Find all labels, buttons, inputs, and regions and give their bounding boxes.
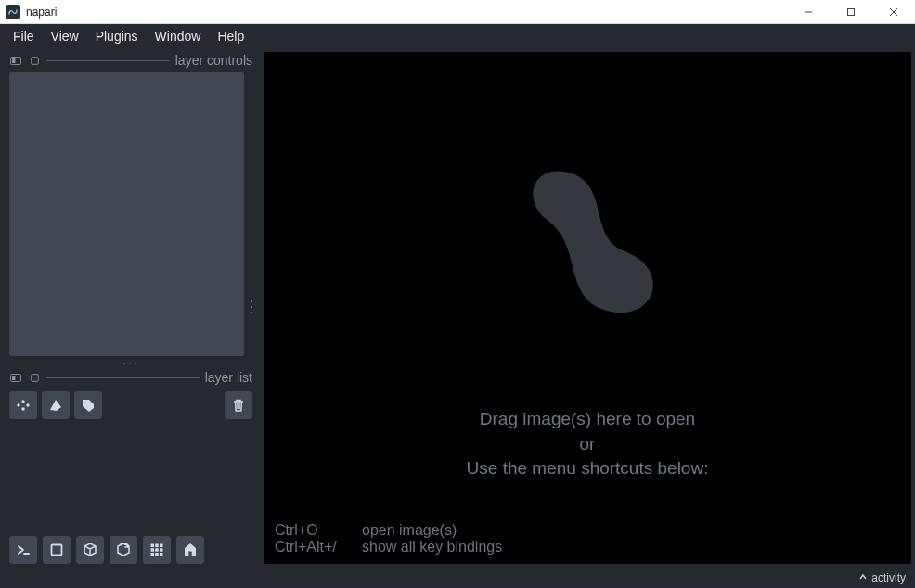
shortcut-hints: Ctrl+O open image(s) Ctrl+Alt+/ show all…	[275, 522, 502, 556]
svg-point-12	[21, 400, 24, 403]
napari-logo	[485, 135, 689, 342]
window-title: napari	[26, 6, 57, 19]
layer-controls-panel	[9, 72, 244, 356]
drop-hint-line-2: or	[467, 432, 709, 457]
svg-point-11	[17, 403, 19, 406]
new-shapes-layer-button[interactable]	[42, 391, 70, 419]
console-button[interactable]	[9, 536, 37, 564]
menu-file[interactable]: File	[6, 27, 42, 45]
svg-rect-19	[151, 544, 155, 548]
svg-rect-9	[12, 376, 16, 380]
svg-rect-2	[848, 8, 855, 15]
maximize-button[interactable]	[830, 0, 872, 24]
menubar: File View Plugins Window Help	[0, 24, 915, 48]
svg-rect-27	[160, 553, 163, 556]
layer-controls-label: layer controls	[175, 53, 252, 68]
svg-rect-10	[31, 374, 38, 381]
ndisplay-3d-button[interactable]	[76, 536, 104, 564]
drop-hint-line-1: Drag image(s) here to open	[467, 407, 709, 432]
titlebar: napari	[0, 0, 915, 24]
ndisplay-2d-button[interactable]	[43, 536, 71, 564]
svg-rect-7	[31, 57, 38, 64]
svg-rect-25	[151, 553, 155, 556]
shortcut-desc: open image(s)	[362, 522, 457, 539]
drop-hint-line-3: Use the menu shortcuts below:	[467, 456, 709, 481]
svg-point-16	[84, 402, 86, 403]
svg-point-14	[26, 403, 29, 406]
shortcut-keys: Ctrl+Alt+/	[275, 539, 349, 556]
svg-rect-20	[155, 544, 159, 548]
float-panel-icon[interactable]	[9, 56, 22, 65]
svg-marker-15	[50, 400, 61, 411]
new-labels-layer-button[interactable]	[74, 391, 102, 419]
activity-button[interactable]: activity	[871, 571, 906, 584]
divider	[46, 60, 170, 61]
shortcut-desc: show all key bindings	[362, 539, 502, 556]
svg-rect-24	[160, 548, 163, 552]
menu-plugins[interactable]: Plugins	[88, 27, 146, 45]
svg-rect-26	[155, 553, 159, 556]
svg-rect-23	[155, 548, 159, 552]
svg-rect-21	[160, 544, 163, 548]
divider	[46, 377, 200, 378]
layer-list-label: layer list	[205, 370, 252, 385]
grid-view-button[interactable]	[143, 536, 171, 564]
menu-view[interactable]: View	[44, 27, 86, 45]
reset-view-button[interactable]	[176, 536, 204, 564]
float-panel-icon-2[interactable]	[9, 373, 22, 382]
panel-grip-horizontal[interactable]: ···	[9, 356, 252, 369]
svg-rect-22	[151, 548, 155, 552]
svg-rect-6	[12, 58, 16, 63]
left-dock: layer controls ··· layer list	[0, 48, 260, 568]
menu-window[interactable]: Window	[148, 27, 209, 45]
panel-grip-vertical[interactable]: ···	[250, 299, 253, 314]
close-panel-icon-2[interactable]	[28, 373, 41, 382]
new-points-layer-button[interactable]	[9, 391, 37, 419]
close-button[interactable]	[872, 0, 915, 24]
menu-help[interactable]: Help	[210, 27, 251, 45]
svg-rect-18	[52, 545, 62, 556]
roll-dims-button[interactable]	[110, 536, 137, 564]
minimize-button[interactable]	[787, 0, 830, 24]
app-icon	[6, 5, 20, 19]
chevron-up-icon[interactable]	[858, 571, 868, 584]
statusbar: activity	[0, 568, 915, 588]
shortcut-keys: Ctrl+O	[275, 522, 349, 539]
canvas[interactable]: Drag image(s) here to open or Use the me…	[264, 52, 911, 564]
close-panel-icon[interactable]	[28, 56, 41, 65]
svg-point-13	[21, 407, 24, 410]
delete-layer-button[interactable]	[225, 391, 252, 419]
